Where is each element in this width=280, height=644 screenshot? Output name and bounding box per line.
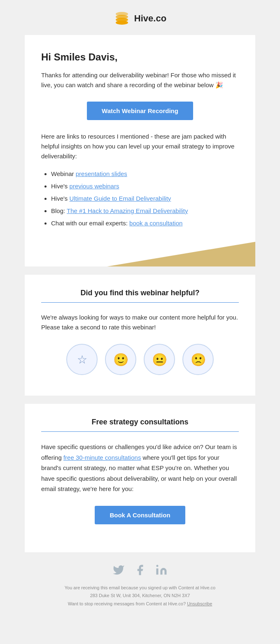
svg-marker-4 [107, 242, 255, 266]
resource-link-4[interactable]: The #1 Hack to Amazing Email Deliverabil… [67, 207, 188, 214]
footer-unsubscribe-prefix: Want to stop receiving messages from Con… [68, 601, 186, 606]
logo-icon [114, 12, 130, 25]
svg-point-5 [156, 565, 159, 567]
twitter-link[interactable] [112, 564, 125, 577]
list-item: Webinar presentation slides [51, 168, 239, 180]
book-consultation-button[interactable]: Book A Consultation [95, 506, 185, 524]
rating-icons-group: ☆ 🙂 😐 🙁 [41, 344, 239, 375]
resource-link-5[interactable]: book a consultation [129, 220, 182, 227]
unsubscribe-link[interactable]: Unsubscribe [187, 601, 212, 606]
linkedin-link[interactable] [155, 564, 168, 577]
list-item: Blog: The #1 Hack to Amazing Email Deliv… [51, 205, 239, 217]
resource-prefix-2: Hive's [51, 183, 70, 190]
social-icons-group [25, 564, 255, 577]
consultation-section-title-wrap: Free strategy consultations [41, 418, 239, 432]
resource-prefix-3: Hive's [51, 195, 70, 202]
logo: Hive.co [114, 12, 166, 25]
footer-legal: You are receiving this email because you… [25, 584, 255, 592]
star-icon: ☆ [77, 353, 87, 366]
resource-link-1[interactable]: presentation slides [76, 170, 127, 177]
consultation-section: Free strategy consultations Have specifi… [25, 404, 255, 552]
greeting: Hi Smiles Davis, [41, 51, 239, 63]
rating-section-title: Did you find this webinar helpful? [41, 289, 239, 297]
resource-prefix-5: Chat with our email experts: [51, 220, 129, 227]
sad-icon: 🙁 [191, 352, 206, 367]
twitter-icon [112, 564, 125, 576]
rating-star-button[interactable]: ☆ [66, 344, 98, 375]
rating-sad-button[interactable]: 🙁 [182, 344, 214, 375]
rating-divider [41, 302, 239, 303]
happy-icon: 🙂 [113, 352, 128, 367]
intro-text: Thanks for attending our deliverability … [41, 70, 239, 90]
footer-text: You are receiving this email because you… [25, 584, 255, 608]
list-item: Hive's previous webinars [51, 180, 239, 192]
resource-link-3[interactable]: Ultimate Guide to Email Deliverability [70, 195, 171, 202]
resource-prefix-4: Blog: [51, 207, 67, 214]
card-bottom-decoration [25, 242, 255, 266]
free-consultation-link[interactable]: free 30-minute consultations [63, 454, 141, 461]
rating-section: Did you find this webinar helpful? We're… [25, 275, 255, 396]
neutral-icon: 😐 [152, 352, 167, 367]
list-item: Hive's Ultimate Guide to Email Deliverab… [51, 192, 239, 205]
svg-point-3 [116, 21, 128, 25]
email-card: Hi Smiles Davis, Thanks for attending ou… [25, 35, 255, 266]
consultation-divider [41, 431, 239, 432]
resource-link-2[interactable]: previous webinars [70, 183, 119, 190]
rating-neutral-button[interactable]: 😐 [144, 344, 175, 375]
resources-list: Webinar presentation slides Hive's previ… [41, 168, 239, 229]
email-header: Hive.co [0, 0, 280, 35]
rating-description: We're always looking for ways to make ou… [41, 313, 239, 332]
linkedin-icon [155, 564, 168, 576]
watch-webinar-button[interactable]: Watch Webinar Recording [87, 102, 193, 120]
rating-section-title-wrap: Did you find this webinar helpful? [41, 289, 239, 303]
consultation-description: Have specific questions or challenges yo… [41, 442, 239, 494]
logo-text: Hive.co [134, 13, 166, 24]
list-item: Chat with our email experts: book a cons… [51, 217, 239, 229]
resource-prefix-1: Webinar [51, 170, 76, 177]
facebook-link[interactable] [134, 564, 146, 577]
rating-happy-button[interactable]: 🙂 [105, 344, 136, 375]
email-footer: You are receiving this email because you… [0, 552, 280, 621]
facebook-icon [134, 564, 146, 576]
footer-address: 283 Duke St W, Unit 304, Kitchener, ON N… [25, 592, 255, 600]
footer-unsubscribe: Want to stop receiving messages from Con… [25, 600, 255, 608]
consultation-section-title: Free strategy consultations [41, 418, 239, 426]
resources-intro-text: Here are links to resources I mentioned … [41, 132, 239, 161]
